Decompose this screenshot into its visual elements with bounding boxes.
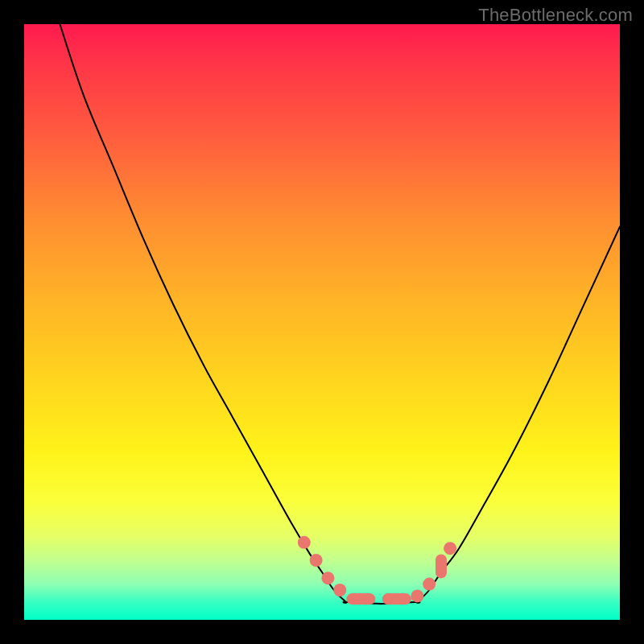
valley-marker-5 <box>382 593 411 605</box>
chart-svg <box>24 24 620 620</box>
watermark-text: TheBottleneck.com <box>478 5 633 26</box>
valley-marker-1 <box>310 554 323 567</box>
chart-stage: TheBottleneck.com <box>0 0 644 644</box>
valley-marker-2 <box>321 572 334 584</box>
valley-marker-7 <box>423 578 436 591</box>
valley-marker-4 <box>346 593 375 605</box>
valley-marker-8 <box>436 554 447 578</box>
valley-marker-0 <box>298 536 311 549</box>
plot-area <box>24 24 620 620</box>
valley-marker-3 <box>333 584 346 597</box>
valley-marker-9 <box>444 542 456 555</box>
valley-marker-6 <box>411 589 423 602</box>
bottleneck-curve <box>60 24 620 604</box>
curve-group <box>60 24 620 604</box>
